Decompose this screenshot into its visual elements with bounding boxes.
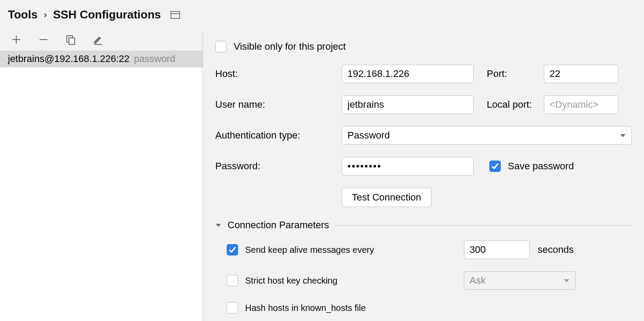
keepalive-unit: seconds (538, 244, 574, 255)
connection-params-header[interactable]: Connection Parameters (215, 219, 632, 231)
strict-select[interactable]: Ask (464, 271, 575, 290)
svg-rect-6 (69, 38, 75, 44)
config-list-sidebar: jetbrains@192.168.1.226:22 password (0, 31, 203, 321)
edit-button[interactable] (92, 34, 104, 45)
user-row: User name: Local port: (215, 95, 632, 114)
keepalive-row: Send keep alive messages every seconds (227, 241, 632, 259)
svg-rect-7 (94, 44, 102, 45)
password-label: Password: (215, 160, 342, 172)
strict-row: Strict host key checking Ask (227, 271, 632, 290)
strict-checkbox[interactable] (227, 275, 238, 286)
config-list-item-label: jetbrains@192.168.1.226:22 (8, 53, 130, 64)
authtype-select[interactable]: Password (342, 126, 632, 145)
breadcrumb-separator-icon: › (43, 9, 47, 21)
localport-label: Local port: (487, 99, 544, 110)
keepalive-label: Send keep alive messages every (245, 245, 374, 255)
keepalive-input[interactable] (464, 241, 530, 259)
config-list-item-tag: password (134, 53, 175, 64)
password-row: Password: Save password (215, 157, 632, 175)
test-row: Test Connection (215, 188, 632, 207)
password-input[interactable] (342, 157, 474, 175)
keepalive-checkbox[interactable] (227, 244, 238, 255)
chevron-down-icon (564, 275, 570, 286)
save-password-checkbox[interactable] (489, 160, 501, 172)
strict-label: Strict host key checking (245, 276, 337, 286)
host-row: Host: Port: (215, 65, 632, 83)
connection-params-title: Connection Parameters (228, 219, 329, 231)
config-list[interactable]: jetbrains@192.168.1.226:22 password (0, 51, 203, 321)
expander-down-icon (215, 219, 221, 231)
section-rule (335, 225, 632, 226)
breadcrumb-leaf: SSH Configurations (53, 8, 161, 22)
copy-button[interactable] (65, 34, 76, 45)
svg-marker-10 (564, 279, 569, 282)
remove-button[interactable] (38, 34, 49, 45)
hash-checkbox[interactable] (227, 302, 238, 314)
svg-marker-8 (620, 134, 626, 137)
test-connection-button[interactable]: Test Connection (342, 188, 431, 207)
user-label: User name: (215, 99, 342, 110)
add-button[interactable] (11, 34, 22, 45)
svg-rect-0 (171, 11, 180, 18)
host-input[interactable] (342, 65, 474, 83)
visible-only-checkbox[interactable] (215, 41, 227, 52)
breadcrumb: Tools › SSH Configurations (0, 0, 644, 31)
config-form: Visible only for this project Host: Port… (203, 31, 644, 321)
authtype-label: Authentication type: (215, 130, 342, 141)
hash-row: Hash hosts in known_hosts file (227, 302, 632, 314)
svg-marker-9 (216, 224, 221, 227)
strict-select-value: Ask (470, 275, 486, 286)
user-input[interactable] (342, 95, 474, 114)
config-list-item[interactable]: jetbrains@192.168.1.226:22 password (0, 51, 203, 67)
config-list-toolbar (0, 31, 203, 51)
visible-only-label: Visible only for this project (234, 41, 346, 52)
breadcrumb-root[interactable]: Tools (8, 8, 37, 22)
host-label: Host: (215, 68, 342, 80)
panel-options-icon[interactable] (170, 11, 180, 19)
save-password-label: Save password (508, 160, 574, 172)
authtype-row: Authentication type: Password (215, 126, 632, 145)
port-input[interactable] (544, 65, 619, 83)
hash-label: Hash hosts in known_hosts file (245, 303, 366, 313)
localport-input[interactable] (544, 95, 619, 114)
port-label: Port: (487, 68, 544, 80)
visible-only-row: Visible only for this project (215, 41, 632, 52)
chevron-down-icon (620, 130, 626, 141)
authtype-value: Password (347, 130, 390, 141)
